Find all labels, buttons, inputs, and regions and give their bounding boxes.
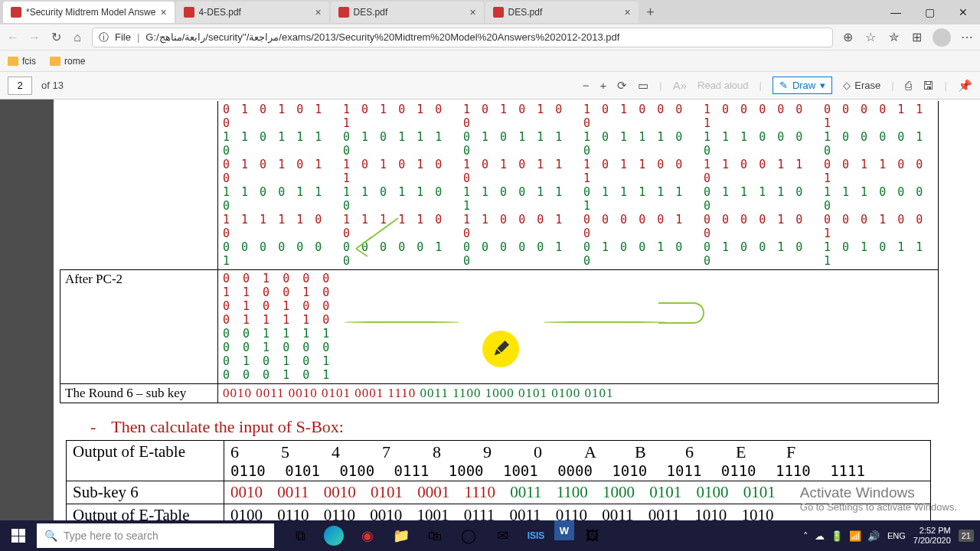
toolbar-right: ⊕ ☆ ✮ ⊞ ⋯ <box>841 28 974 47</box>
browser-tab-bar: *Security Midtrem Model Answe × 4-DES.pd… <box>0 0 980 24</box>
new-tab-button[interactable]: + <box>640 5 662 21</box>
url-scheme: File <box>115 31 131 43</box>
back-icon[interactable]: ← <box>6 31 20 44</box>
erase-button[interactable]: ◇ Erase <box>843 80 880 91</box>
tab[interactable]: DES.pdf × <box>485 2 639 23</box>
edge-icon[interactable] <box>318 520 349 551</box>
round6-label: The Round 6 – sub key <box>65 386 186 400</box>
battery-icon[interactable]: 🔋 <box>831 530 843 542</box>
minimize-button[interactable]: — <box>879 0 913 24</box>
language-indicator[interactable]: ENG <box>887 531 906 540</box>
subkey6-red: 0010 0011 0010 0101 0001 1110 <box>230 483 495 501</box>
tab-active[interactable]: *Security Midtrem Model Answe × <box>3 2 175 23</box>
zoom-in-icon[interactable]: + <box>600 79 607 92</box>
pdf-page: 0 1 0 1 0 1 01 1 0 1 1 1 00 1 0 1 0 1 01… <box>54 99 980 520</box>
green-underline <box>345 321 459 323</box>
wifi-icon[interactable]: 📶 <box>849 530 861 542</box>
pdf-toolbar: of 13 − + ⟳ ▭ | A» Read aloud | ✎ Draw ▾… <box>0 72 980 99</box>
bookmarks-bar: fcis rome <box>0 51 980 72</box>
round6-bits-green: 0011 1100 1000 0101 0100 0101 <box>420 386 614 400</box>
favorites-bar-icon[interactable]: ✮ <box>887 30 900 44</box>
read-aloud-icon[interactable]: A» <box>673 79 687 92</box>
fit-page-icon[interactable]: ▭ <box>638 79 648 93</box>
photos-icon[interactable]: 🖼 <box>577 520 608 551</box>
erase-label: Erase <box>854 80 880 91</box>
bookmark-label: fcis <box>22 56 36 67</box>
isis-icon[interactable]: ISIS <box>521 520 551 551</box>
close-icon[interactable]: × <box>469 6 475 18</box>
etable-hex-labels: 6547890AB6EF <box>230 442 924 462</box>
close-icon[interactable]: × <box>160 6 166 18</box>
address-bar: ← → ↻ ⌂ ⓘ File | G:/رابعة/مناهج/security… <box>0 24 980 51</box>
task-view-icon[interactable]: ⧉ <box>285 520 315 551</box>
close-icon[interactable]: × <box>315 6 321 18</box>
pc2-bits: 0 0 1 0 0 01 1 0 0 1 00 1 0 1 0 00 1 1 1… <box>223 272 933 382</box>
pencil-icon: ✎ <box>779 80 788 91</box>
maximize-button[interactable]: ▢ <box>913 0 946 24</box>
bookmark-fcis[interactable]: fcis <box>8 56 36 67</box>
zoom-icon[interactable]: ⊕ <box>841 30 854 44</box>
read-aloud-label: Read aloud <box>697 80 749 91</box>
page-total: of 13 <box>41 80 64 91</box>
folder-icon <box>8 57 18 66</box>
draw-button[interactable]: ✎ Draw ▾ <box>773 77 832 94</box>
refresh-icon[interactable]: ↻ <box>49 30 63 44</box>
chevron-down-icon: ▾ <box>820 80 825 91</box>
pdf-icon <box>338 7 349 18</box>
start-button[interactable] <box>0 520 37 551</box>
url-text: G:/رابعة/مناهج/security''/مراجعة/exams/2… <box>145 31 826 43</box>
file-explorer-icon[interactable]: 📁 <box>386 520 416 551</box>
clock[interactable]: 2:52 PM 7/20/2020 <box>913 526 951 546</box>
search-placeholder: Type here to search <box>64 530 158 542</box>
green-bracket <box>658 302 704 324</box>
tab-title: 4-DES.pdf <box>199 7 311 18</box>
chrome-icon[interactable]: ◯ <box>453 520 484 551</box>
zoom-out-icon[interactable]: − <box>583 79 590 92</box>
tab-title: DES.pdf <box>508 7 620 18</box>
page-number-input[interactable] <box>8 77 32 95</box>
pin-icon[interactable]: 📌 <box>958 79 972 93</box>
pdf-icon <box>493 7 504 18</box>
mail-icon[interactable]: ✉ <box>487 520 518 551</box>
activate-windows-watermark: Activate Windows Go to Settings to activ… <box>800 484 957 513</box>
save-icon[interactable]: 🖫 <box>923 79 934 92</box>
menu-icon[interactable]: ⋯ <box>960 30 974 44</box>
bookmark-label: rome <box>64 56 85 67</box>
search-icon: 🔍 <box>44 530 57 542</box>
notifications-icon[interactable]: 21 <box>959 530 974 542</box>
xor-bits: 0100 0110 0110 0010 1001 0111 0011 0110 … <box>230 506 774 520</box>
green-underline <box>544 321 666 323</box>
home-icon[interactable]: ⌂ <box>70 31 84 44</box>
subkey6-green: 0011 1100 1000 0101 0100 0101 <box>510 483 776 501</box>
store-icon[interactable]: 🛍 <box>420 520 450 551</box>
close-icon[interactable]: × <box>624 6 630 18</box>
info-icon: ⓘ <box>99 31 109 44</box>
print-icon[interactable]: ⎙ <box>905 79 912 92</box>
xor-label1: Output of E-Table <box>73 506 217 520</box>
tab[interactable]: DES.pdf × <box>331 2 484 23</box>
word-icon[interactable]: W <box>554 520 574 540</box>
onedrive-icon[interactable]: ☁ <box>815 530 825 542</box>
folder-icon <box>50 57 60 66</box>
after-pc2-label: After PC-2 <box>65 272 122 286</box>
forward-icon[interactable]: → <box>28 31 41 44</box>
collections-icon[interactable]: ⊞ <box>910 30 923 44</box>
etable-bits: 0110 0101 0100 0111 1000 1001 0000 1010 … <box>230 462 924 479</box>
url-input[interactable]: ⓘ File | G:/رابعة/مناهج/security''/مراجع… <box>92 28 833 47</box>
bookmark-rome[interactable]: rome <box>50 56 85 67</box>
pdf-viewport[interactable]: 0 1 0 1 0 1 01 1 0 1 1 1 00 1 0 1 0 1 01… <box>0 99 980 520</box>
taskbar-search[interactable]: 🔍 Type here to search <box>37 523 274 548</box>
tray-chevron-icon[interactable]: ˄ <box>803 530 808 542</box>
rotate-icon[interactable]: ⟳ <box>617 79 627 93</box>
volume-icon[interactable]: 🔊 <box>867 530 880 542</box>
favorite-icon[interactable]: ☆ <box>864 30 877 44</box>
tab[interactable]: 4-DES.pdf × <box>176 2 329 23</box>
profile-avatar[interactable] <box>933 28 951 47</box>
windows-icon <box>11 529 25 543</box>
draw-label: Draw <box>792 80 815 91</box>
pdf-icon <box>11 7 21 18</box>
taskbar: 🔍 Type here to search ⧉ ◉ 📁 🛍 ◯ ✉ ISIS W… <box>0 520 980 551</box>
app-icon[interactable]: ◉ <box>352 520 383 551</box>
close-button[interactable]: ✕ <box>946 0 980 24</box>
round6-bits-red: 0010 0011 0010 0101 0001 1110 <box>223 386 416 400</box>
